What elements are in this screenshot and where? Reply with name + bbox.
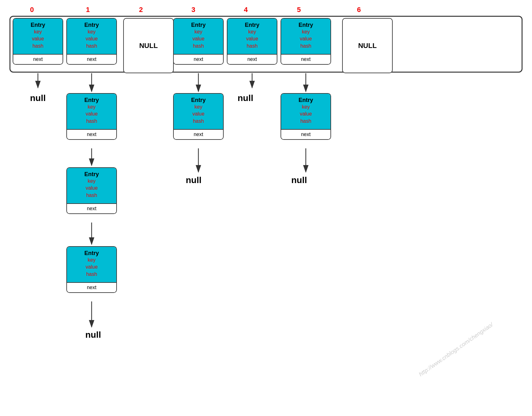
- entry-top-4: Entry key value hash: [227, 19, 277, 54]
- entry-top-5: Entry key value hash: [281, 19, 330, 54]
- entry-field-value-5-1: value: [283, 110, 329, 117]
- entry-box-0: Entry key value hash next: [13, 18, 63, 65]
- entry-bottom-1: next: [67, 54, 116, 64]
- entry-bottom-1-1: next: [67, 129, 116, 139]
- entry-field-value-1-2: value: [69, 185, 115, 192]
- entry-top-3-1: Entry key value hash: [174, 94, 223, 129]
- entry-field-value-1-1: value: [69, 110, 115, 117]
- entry-field-value-1: value: [69, 35, 115, 42]
- entry-box-3: Entry key value hash next: [173, 18, 224, 65]
- entry-box-5: Entry key value hash next: [281, 18, 331, 65]
- entry-bottom-5: next: [281, 54, 330, 64]
- entry-title-1: Entry: [69, 22, 115, 28]
- entry-top-3: Entry key value hash: [174, 19, 223, 54]
- null-text-6: NULL: [358, 42, 377, 50]
- entry-field-key-3: key: [175, 28, 221, 35]
- entry-title-1-3: Entry: [69, 250, 115, 257]
- entry-top-1-3: Entry key value hash: [67, 247, 116, 282]
- null-col4: null: [238, 93, 253, 103]
- entry-field-hash-3: hash: [175, 43, 221, 50]
- entry-field-key-1-1: key: [69, 104, 115, 110]
- index-1: 1: [86, 6, 90, 14]
- watermark: http://www.cnblogs.com/chengxiao/: [418, 321, 494, 377]
- entry-title-0: Entry: [15, 22, 61, 28]
- index-2: 2: [139, 6, 143, 14]
- entry-field-hash-3-1: hash: [175, 118, 221, 125]
- entry-box-5-1: Entry key value hash next: [281, 93, 331, 140]
- index-5: 5: [297, 6, 301, 14]
- entry-box-3-1: Entry key value hash next: [173, 93, 224, 140]
- entry-box-1-2: Entry key value hash next: [66, 167, 117, 214]
- entry-field-value-1-3: value: [69, 264, 115, 270]
- entry-field-value-3: value: [175, 35, 221, 42]
- entry-field-key-5-1: key: [283, 104, 329, 110]
- entry-field-key-1-3: key: [69, 257, 115, 264]
- entry-field-value-0: value: [15, 35, 61, 42]
- entry-title-4: Entry: [229, 22, 275, 28]
- index-4: 4: [244, 6, 248, 14]
- entry-bottom-1-2: next: [67, 203, 116, 213]
- entry-top-0: Entry key value hash: [13, 19, 63, 54]
- entry-field-key-5: key: [283, 28, 329, 35]
- entry-bottom-1-3: next: [67, 282, 116, 292]
- entry-field-hash-1-1: hash: [69, 118, 115, 125]
- entry-field-hash-1-3: hash: [69, 271, 115, 278]
- entry-box-1: Entry key value hash next: [66, 18, 117, 65]
- entry-top-1-1: Entry key value hash: [67, 94, 116, 129]
- entry-title-5: Entry: [283, 22, 329, 28]
- null-text-2: NULL: [139, 42, 158, 50]
- entry-bottom-0: next: [13, 54, 63, 64]
- entry-field-hash-5: hash: [283, 43, 329, 50]
- entry-bottom-3-1: next: [174, 129, 223, 139]
- null-box-6: NULL: [342, 18, 393, 73]
- null-col5-1: null: [291, 175, 307, 185]
- entry-field-hash-1-2: hash: [69, 192, 115, 199]
- entry-title-5-1: Entry: [283, 97, 329, 104]
- entry-bottom-4: next: [227, 54, 277, 64]
- entry-title-1-1: Entry: [69, 97, 115, 104]
- entry-top-1: Entry key value hash: [67, 19, 116, 54]
- null-box-2: NULL: [123, 18, 174, 73]
- null-col1-3: null: [85, 330, 101, 340]
- entry-bottom-5-1: next: [281, 129, 330, 139]
- entry-field-hash-4: hash: [229, 43, 275, 50]
- entry-top-1-2: Entry key value hash: [67, 168, 116, 203]
- entry-field-key-1-2: key: [69, 178, 115, 185]
- entry-field-value-4: value: [229, 35, 275, 42]
- entry-box-4: Entry key value hash next: [227, 18, 277, 65]
- entry-field-hash-1: hash: [69, 43, 115, 50]
- entry-field-key-0: key: [15, 28, 61, 35]
- entry-box-1-3: Entry key value hash next: [66, 246, 117, 293]
- entry-field-hash-0: hash: [15, 43, 61, 50]
- entry-field-key-3-1: key: [175, 104, 221, 110]
- entry-box-1-1: Entry key value hash next: [66, 93, 117, 140]
- entry-title-3: Entry: [175, 22, 221, 28]
- null-col3-1: null: [186, 175, 202, 185]
- index-6: 6: [357, 6, 361, 14]
- entry-field-key-4: key: [229, 28, 275, 35]
- entry-title-1-2: Entry: [69, 171, 115, 178]
- entry-field-value-5: value: [283, 35, 329, 42]
- entry-field-hash-5-1: hash: [283, 118, 329, 125]
- null-col0: null: [30, 93, 46, 103]
- entry-field-key-1: key: [69, 28, 115, 35]
- entry-field-value-3-1: value: [175, 110, 221, 117]
- index-3: 3: [191, 6, 195, 14]
- entry-bottom-3: next: [174, 54, 223, 64]
- entry-top-5-1: Entry key value hash: [281, 94, 330, 129]
- index-0: 0: [30, 6, 34, 14]
- entry-title-3-1: Entry: [175, 97, 221, 104]
